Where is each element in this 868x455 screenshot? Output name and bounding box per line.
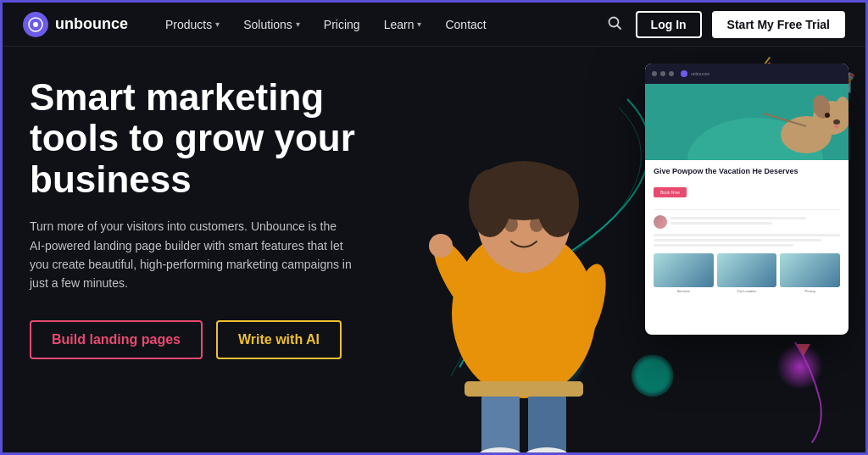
nav-item-solutions[interactable]: Solutions ▾: [233, 13, 310, 36]
hero-section: Smart marketing tools to grow your busin…: [3, 47, 865, 455]
mockup-logo-bar: unbounce: [681, 70, 709, 77]
mockup-cta-button: Book Now: [654, 187, 687, 197]
browser-dot-green: [669, 71, 674, 76]
mockup-text-line: [654, 239, 821, 241]
mockup-nav-text: unbounce: [691, 71, 709, 76]
search-icon[interactable]: [604, 12, 626, 37]
svg-point-2: [609, 17, 618, 26]
mockup-avatar-row: [654, 215, 840, 229]
nav-item-contact[interactable]: Contact: [435, 13, 496, 36]
nav-item-products[interactable]: Products ▾: [155, 13, 230, 36]
svg-point-27: [833, 119, 840, 125]
nav-links: Products ▾ Solutions ▾ Pricing Learn ▾ C…: [155, 13, 604, 36]
landing-page-mockup: unbounce: [645, 64, 849, 335]
mockup-content: Give Powpow the Vacation He Deserves Boo…: [645, 160, 849, 300]
mockup-text-line: [670, 217, 806, 219]
mockup-grid-label-2: Our Location: [717, 289, 777, 293]
hero-person-image: [392, 102, 672, 455]
nav-item-pricing[interactable]: Pricing: [314, 13, 370, 36]
svg-point-14: [429, 234, 453, 258]
hero-subtext: Turn more of your visitors into customer…: [30, 217, 352, 293]
mockup-logo-circle: [681, 70, 687, 77]
mockup-grid-label-1: Services: [654, 289, 714, 293]
browser-dot-red: [652, 71, 657, 76]
write-ai-button[interactable]: Write with AI: [216, 320, 342, 359]
mockup-page-title: Give Powpow the Vacation He Deserves: [654, 167, 840, 177]
mockup-text-line: [654, 244, 793, 247]
svg-rect-16: [481, 390, 520, 455]
hero-headline: Smart marketing tools to grow your busin…: [30, 77, 369, 200]
svg-point-11: [504, 217, 518, 232]
hero-visual: unbounce: [392, 47, 865, 455]
trial-button[interactable]: Start My Free Trial: [712, 11, 845, 38]
browser-dot-yellow: [660, 71, 665, 76]
svg-rect-17: [528, 390, 566, 455]
mockup-grid-item-3: [780, 253, 840, 287]
mockup-hero-image: [645, 84, 849, 160]
mockup-grid-item-2: [717, 253, 777, 287]
nav-right: Log In Start My Free Trial: [604, 11, 845, 38]
build-pages-button[interactable]: Build landing pages: [30, 320, 203, 359]
mockup-divider: [654, 209, 840, 210]
hero-content: Smart marketing tools to grow your busin…: [3, 47, 392, 455]
svg-point-28: [825, 113, 830, 118]
hero-buttons: Build landing pages Write with AI: [30, 320, 369, 359]
logo-icon: [23, 12, 48, 37]
svg-rect-20: [465, 381, 583, 397]
mockup-header: unbounce: [645, 64, 849, 84]
svg-point-12: [530, 217, 543, 232]
mockup-services-grid: Services Our Location Pricing: [654, 253, 840, 293]
svg-point-1: [33, 22, 38, 27]
chevron-down-icon: ▾: [215, 19, 220, 29]
navigation: unbounce Products ▾ Solutions ▾ Pricing …: [3, 3, 865, 47]
mockup-avatar: [654, 215, 667, 229]
mockup-grid-item-1: [654, 253, 714, 287]
login-button[interactable]: Log In: [636, 11, 702, 38]
logo[interactable]: unbounce: [23, 12, 128, 37]
nav-item-learn[interactable]: Learn ▾: [374, 13, 432, 36]
chevron-down-icon: ▾: [296, 19, 300, 29]
chevron-down-icon: ▾: [417, 19, 421, 29]
mockup-grid-label-3: Pricing: [780, 289, 840, 293]
triangle-decoration: [797, 344, 810, 356]
logo-text: unbounce: [55, 15, 128, 33]
mockup-text-line: [654, 234, 840, 236]
svg-line-3: [617, 25, 620, 29]
mockup-text-line: [670, 222, 772, 225]
